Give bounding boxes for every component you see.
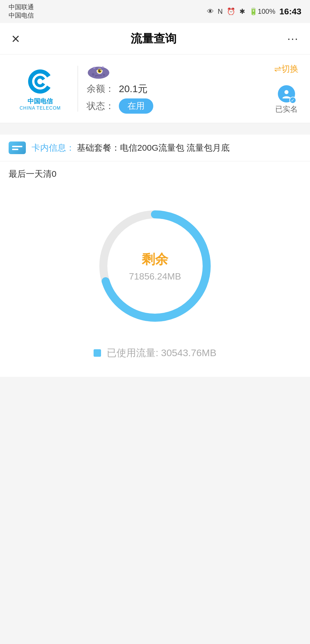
divider	[78, 66, 78, 112]
card-line-2	[12, 149, 18, 150]
navbar: × 流量查询 ···	[0, 23, 310, 55]
note-section: 最后一天清0	[0, 161, 310, 183]
verified-label: 已实名	[275, 104, 298, 114]
carrier1-label: 中国联通	[9, 3, 34, 11]
legend-row: 已使用流量: 30543.76MB	[94, 346, 216, 360]
telecom-logo-chinese: 中国电信	[28, 97, 53, 106]
circle-progress-container: 剩余 71856.24MB	[95, 206, 215, 326]
svg-point-9	[102, 67, 104, 68]
circle-label: 剩余	[142, 251, 168, 268]
svg-point-12	[284, 90, 288, 94]
note-text: 最后一天清0	[9, 169, 57, 179]
used-value: 30543.76MB	[161, 347, 216, 358]
balance-value: 20.1元	[119, 82, 148, 96]
used-label: 已使用流量:	[107, 347, 158, 358]
account-avatar-row	[87, 64, 268, 79]
status-label: 状态：	[87, 100, 114, 112]
legend-text: 已使用流量: 30543.76MB	[107, 346, 216, 360]
verified-check-badge: ✓	[289, 97, 296, 104]
telecom-logo-symbol	[26, 67, 55, 95]
info-banner: 卡内信息： 基础套餐：电信200G流量包 流量包月底	[0, 135, 310, 161]
battery-icon: 🔋100%	[249, 7, 275, 15]
telecom-logo: 中国电信 CHINA TELECOM	[11, 67, 69, 111]
account-balance-row: 余额： 20.1元	[87, 82, 268, 96]
info-banner-content: 基础套餐：电信200G流量包 流量包月底	[77, 143, 230, 152]
svg-point-7	[103, 74, 105, 76]
close-button[interactable]: ×	[11, 32, 20, 46]
card-icon-lines	[12, 146, 22, 150]
card-line-1	[12, 146, 22, 147]
account-info-right: ⇌切换 ✓ 已实名	[268, 63, 299, 114]
svg-point-4	[100, 70, 101, 71]
account-card: 中国电信 CHINA TELECOM	[0, 55, 310, 123]
time-display: 16:43	[279, 7, 301, 16]
avatar-image	[87, 64, 113, 79]
switch-button[interactable]: ⇌切换	[274, 63, 299, 75]
svg-point-6	[95, 75, 97, 77]
circle-remaining-value: 71856.24MB	[129, 271, 181, 282]
circle-inner-text: 剩余 71856.24MB	[129, 251, 181, 282]
account-status-row: 状态： 在用	[87, 98, 268, 114]
telecom-logo-english: CHINA TELECOM	[20, 106, 61, 111]
verified-wrap: ✓ 已实名	[275, 85, 298, 114]
alarm-icon: ⏰	[227, 7, 235, 15]
svg-point-8	[93, 67, 96, 69]
nfc-icon: N	[218, 7, 223, 15]
svg-point-5	[92, 73, 94, 76]
page-title: 流量查询	[131, 31, 177, 46]
more-button[interactable]: ···	[287, 32, 299, 45]
verified-icon: ✓	[278, 85, 295, 102]
legend-dot	[94, 349, 101, 357]
info-banner-text: 卡内信息： 基础套餐：电信200G流量包 流量包月底	[32, 142, 230, 154]
balance-label: 余额：	[87, 83, 114, 95]
info-banner-label: 卡内信息：	[32, 143, 75, 152]
separator-1	[0, 123, 310, 129]
account-info-middle: 余额： 20.1元 状态： 在用	[87, 64, 268, 114]
card-icon	[9, 141, 26, 154]
status-badge: 在用	[119, 98, 153, 114]
eye-icon: 👁	[207, 7, 214, 15]
carrier-info: 中国联通 中国电信	[9, 3, 34, 20]
carrier2-label: 中国电信	[9, 11, 34, 20]
status-bar: 中国联通 中国电信 👁 N ⏰ ✱ 🔋100% 16:43	[0, 0, 310, 23]
status-right: 👁 N ⏰ ✱ 🔋100% 16:43	[207, 7, 301, 16]
usage-section: 剩余 71856.24MB 已使用流量: 30543.76MB	[0, 183, 310, 377]
bluetooth-icon: ✱	[239, 7, 245, 15]
